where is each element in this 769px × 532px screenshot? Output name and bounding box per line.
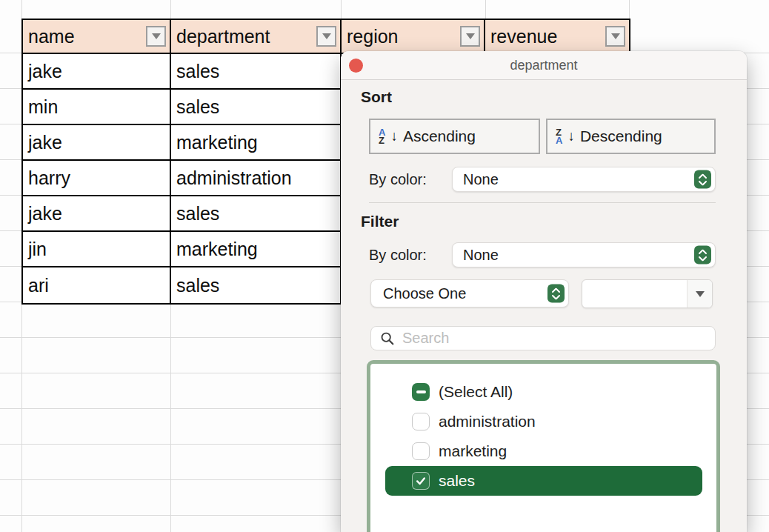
cell-name[interactable]: min	[23, 90, 171, 125]
header-label: revenue	[490, 26, 557, 47]
filter-by-color-label: By color:	[369, 242, 427, 267]
filter-criteria-input[interactable]	[582, 280, 688, 307]
stepper-icon	[694, 170, 711, 189]
filter-values-list: (Select All) administration marketing sa…	[367, 360, 720, 532]
down-arrow-icon: ↓	[390, 128, 398, 144]
header-cell-revenue[interactable]: revenue	[485, 20, 629, 54]
ascending-label: Ascending	[403, 127, 476, 145]
popup-titlebar[interactable]: department	[341, 51, 747, 80]
sort-section-heading: Sort	[361, 88, 392, 106]
search-input[interactable]	[402, 330, 715, 347]
list-item-label: administration	[439, 413, 536, 430]
stepper-icon	[547, 285, 565, 303]
search-box	[370, 326, 716, 350]
down-triangle-icon	[696, 291, 705, 297]
sort-descending-button[interactable]: Z A ↓ Descending	[546, 119, 716, 154]
down-triangle-icon	[152, 33, 161, 39]
cell-name[interactable]: jake	[23, 196, 171, 232]
down-triangle-icon	[322, 33, 331, 39]
cell-department[interactable]: sales	[171, 54, 342, 90]
cell-name[interactable]: ari	[23, 267, 171, 303]
list-item-select-all[interactable]: (Select All)	[370, 377, 716, 407]
checkbox-checked-icon[interactable]	[412, 472, 430, 490]
sort-ascending-button[interactable]: A Z ↓ Ascending	[369, 119, 540, 154]
checkbox-indeterminate-icon[interactable]	[412, 383, 430, 401]
sort-az-icon: A Z	[379, 128, 385, 144]
stepper-icon	[694, 246, 711, 265]
filter-dropdown-button-department[interactable]	[316, 26, 336, 47]
sort-za-icon: Z A	[556, 128, 562, 144]
checkbox-unchecked-icon[interactable]	[412, 413, 430, 430]
header-row: name department region revenue	[23, 20, 629, 54]
letter-z: Z	[379, 136, 385, 144]
cell-department[interactable]: marketing	[171, 232, 342, 267]
list-item-label: (Select All)	[439, 383, 513, 401]
list-item-sales[interactable]: sales	[385, 466, 702, 496]
header-cell-region[interactable]: region	[342, 20, 485, 54]
choose-one-select[interactable]: Choose One	[370, 279, 569, 307]
minus-icon	[416, 390, 426, 393]
selected-value: Choose One	[383, 285, 466, 302]
selected-value: None	[463, 247, 499, 264]
cell-department[interactable]: sales	[171, 196, 342, 232]
list-item-marketing[interactable]: marketing	[370, 436, 716, 466]
sort-by-color-label: By color:	[369, 167, 427, 192]
selected-value: None	[463, 171, 499, 188]
filter-section-heading: Filter	[361, 213, 399, 230]
header-cell-department[interactable]: department	[171, 20, 342, 54]
filter-dropdown-button-revenue[interactable]	[605, 26, 625, 47]
cell-name[interactable]: jake	[23, 125, 171, 161]
header-label: name	[28, 26, 75, 47]
spreadsheet-app: name department region revenue jake sale…	[0, 0, 769, 532]
header-label: department	[176, 26, 270, 47]
cell-department[interactable]: sales	[171, 267, 342, 303]
descending-label: Descending	[580, 127, 662, 145]
list-item-administration[interactable]: administration	[370, 407, 716, 436]
down-triangle-icon	[466, 33, 475, 39]
checkbox-unchecked-icon[interactable]	[412, 442, 430, 460]
filter-popup: department Sort A Z ↓ Ascending Z A ↓ De…	[341, 51, 747, 532]
list-item-label: marketing	[439, 442, 507, 460]
cell-name[interactable]: jin	[23, 232, 171, 267]
down-triangle-icon	[611, 33, 620, 39]
search-icon	[380, 331, 395, 346]
popup-title: department	[341, 51, 747, 80]
sort-by-color-select[interactable]: None	[452, 167, 716, 192]
filter-dropdown-button-name[interactable]	[146, 26, 166, 47]
cell-department[interactable]: marketing	[171, 125, 342, 161]
list-item-label: sales	[439, 472, 475, 490]
cell-department[interactable]: administration	[171, 161, 342, 196]
cell-department[interactable]: sales	[171, 90, 342, 125]
header-cell-name[interactable]: name	[23, 20, 171, 54]
combobox-dropdown-button[interactable]	[687, 280, 712, 307]
letter-a: A	[556, 136, 562, 144]
down-arrow-icon: ↓	[567, 128, 575, 144]
cell-name[interactable]: harry	[23, 161, 171, 196]
filter-by-color-select[interactable]: None	[452, 242, 716, 267]
filter-criteria-combobox	[582, 279, 713, 308]
header-label: region	[347, 26, 399, 47]
section-divider	[369, 202, 716, 203]
filter-dropdown-button-region[interactable]	[460, 26, 480, 47]
cell-name[interactable]: jake	[23, 54, 171, 90]
